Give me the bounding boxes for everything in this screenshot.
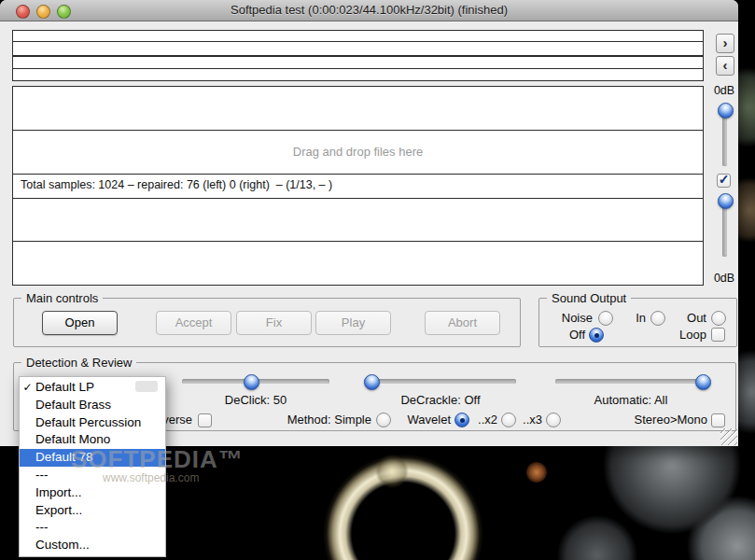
- row-divider: [13, 68, 703, 69]
- slider-track[interactable]: [555, 379, 709, 384]
- softpedia-url-watermark: www.softpedia.com: [103, 471, 199, 484]
- stereo-mono-checkbox[interactable]: [711, 413, 725, 427]
- prev-button[interactable]: ‹: [716, 56, 734, 76]
- loop-checkbox[interactable]: [711, 328, 725, 342]
- reverse-checkbox[interactable]: [198, 413, 212, 427]
- play-button[interactable]: Play: [315, 311, 391, 335]
- method-simple-label: Method: Simple: [278, 413, 371, 427]
- fix-button[interactable]: Fix: [236, 311, 312, 335]
- link-channels-checkbox[interactable]: ✓: [717, 174, 731, 188]
- stereo-mono-label: Stereo>Mono: [623, 413, 707, 427]
- next-button[interactable]: ›: [716, 34, 734, 53]
- panel-divider: [13, 241, 703, 242]
- decrackle-value-label: DeCrackle: Off: [371, 393, 510, 407]
- out-label: Out: [678, 311, 706, 325]
- status-text: Total samples: 1024 – repaired: 76 (left…: [21, 178, 332, 191]
- menu-item-label: Import...: [35, 484, 82, 502]
- accept-button[interactable]: Accept: [156, 311, 231, 335]
- top-db-label: 0dB: [707, 84, 741, 97]
- chevron-right-icon: ›: [723, 35, 728, 50]
- x2-label: ..x2: [474, 413, 497, 427]
- noise-radio[interactable]: [598, 311, 613, 326]
- waveform-panel: Drag and drop files here Total samples: …: [12, 86, 704, 286]
- slider-thumb[interactable]: [364, 374, 380, 390]
- track-list-lower[interactable]: [12, 56, 704, 81]
- row-divider: [13, 41, 703, 42]
- menu-item-label: Default Percussion: [35, 414, 141, 432]
- track-list-upper[interactable]: [12, 30, 704, 56]
- panel-divider: [13, 130, 703, 131]
- main-controls-legend: Main controls: [21, 291, 103, 305]
- menu-item-label: Default LP: [35, 379, 94, 397]
- bottom-db-label: 0dB: [707, 272, 741, 285]
- menu-separator: ---: [20, 519, 165, 537]
- menu-item-label: Export...: [35, 502, 82, 520]
- left-level-slider[interactable]: [717, 103, 732, 168]
- menu-item-default-lp[interactable]: ✓ Default LP: [20, 379, 165, 397]
- off-radio[interactable]: [589, 328, 604, 343]
- slider-track[interactable]: [364, 379, 516, 384]
- wavelet-label: Wavelet: [397, 413, 451, 427]
- slider-thumb[interactable]: [695, 374, 711, 390]
- slider-thumb[interactable]: [718, 193, 734, 209]
- open-button[interactable]: Open: [42, 311, 118, 335]
- decrackle-slider[interactable]: [364, 373, 516, 388]
- method-simple-radio[interactable]: [376, 413, 391, 427]
- drop-zone-hint[interactable]: Drag and drop files here: [13, 145, 703, 159]
- slider-thumb[interactable]: [718, 103, 734, 119]
- slider-thumb[interactable]: [244, 374, 259, 390]
- in-label: In: [618, 311, 646, 325]
- out-radio[interactable]: [711, 311, 726, 326]
- menu-item-label: Default Brass: [35, 397, 111, 414]
- check-icon: ✓: [718, 172, 730, 187]
- chevron-left-icon: ‹: [723, 57, 728, 73]
- x2-radio[interactable]: [501, 413, 516, 427]
- sound-output-legend: Sound Output: [547, 291, 631, 305]
- title-bar[interactable]: Softpedia test (0:00:023/44.100kHz/32bit…: [0, 0, 738, 21]
- menu-item-import[interactable]: Import...: [20, 484, 165, 502]
- menu-item-default-percussion[interactable]: Default Percussion: [20, 414, 165, 432]
- wavelet-radio[interactable]: [454, 413, 469, 427]
- x3-radio[interactable]: [546, 413, 561, 427]
- x3-label: ..x3: [519, 413, 542, 427]
- detection-review-legend: Detection & Review: [21, 356, 136, 370]
- window-title: Softpedia test (0:00:023/44.100kHz/32bit…: [0, 0, 738, 21]
- declick-value-label: DeClick: 50: [186, 393, 326, 407]
- automatic-slider[interactable]: [555, 373, 709, 388]
- declick-slider[interactable]: [182, 373, 329, 388]
- check-icon: ✓: [20, 379, 35, 397]
- menu-item-label: ---: [35, 519, 49, 537]
- panel-divider: [13, 174, 703, 175]
- right-level-slider[interactable]: [717, 193, 732, 259]
- menu-item-custom[interactable]: Custom...: [20, 537, 165, 554]
- resize-grip[interactable]: [720, 428, 737, 445]
- menu-item-default-brass[interactable]: Default Brass: [20, 397, 165, 414]
- panel-divider: [13, 198, 703, 199]
- in-radio[interactable]: [650, 311, 665, 326]
- loop-label: Loop: [653, 328, 706, 342]
- noise-label: Noise: [541, 311, 593, 325]
- automatic-value-label: Automatic: All: [561, 393, 701, 407]
- abort-button[interactable]: Abort: [425, 311, 500, 335]
- screen: Softpedia test (0:00:023/44.100kHz/32bit…: [0, 0, 755, 560]
- off-label: Off: [534, 328, 585, 342]
- menu-item-label: ---: [35, 467, 49, 484]
- menu-item-export[interactable]: Export...: [20, 502, 165, 520]
- menu-item-label: Custom...: [35, 537, 90, 554]
- softpedia-watermark: SOFTPEDIA™: [71, 445, 244, 474]
